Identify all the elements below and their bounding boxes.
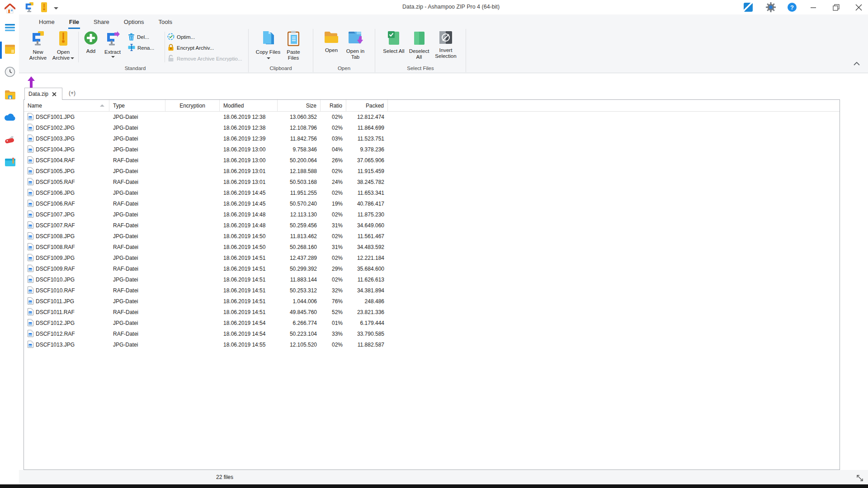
- table-row[interactable]: DSCF1004.JPG JPG-Datei 18.06.2019 13:00 …: [24, 144, 840, 155]
- column-header-ratio[interactable]: Ratio: [321, 100, 346, 111]
- tab-options[interactable]: Options: [117, 16, 151, 29]
- quick-access-caret-icon[interactable]: [54, 7, 58, 9]
- new-tab-button[interactable]: (+): [69, 90, 75, 96]
- table-row[interactable]: DSCF1005.JPG JPG-Datei 18.06.2019 13:01 …: [24, 166, 840, 177]
- image-file-icon: [28, 286, 33, 295]
- table-row[interactable]: DSCF1007.JPG JPG-Datei 18.06.2019 14:48 …: [24, 209, 840, 220]
- resize-handle-icon[interactable]: [855, 474, 864, 484]
- deselect-all-button[interactable]: Deselect All: [406, 30, 432, 60]
- file-packed: 248.486: [346, 298, 388, 305]
- paste-files-button[interactable]: Paste Files: [281, 30, 306, 61]
- extract-button[interactable]: Extract: [101, 30, 124, 58]
- menu-icon[interactable]: [4, 22, 16, 33]
- ribbon-group-clipboard: Copy Files Paste Files: [249, 29, 312, 72]
- add-button[interactable]: Add: [81, 30, 101, 54]
- file-type: RAF-Datei: [109, 309, 165, 315]
- help-icon[interactable]: ?: [788, 3, 797, 12]
- table-row[interactable]: DSCF1004.RAF RAF-Datei 18.06.2019 13:00 …: [24, 155, 840, 166]
- delete-button[interactable]: Del...: [128, 33, 162, 42]
- table-row[interactable]: DSCF1010.RAF RAF-Datei 18.06.2019 14:51 …: [24, 285, 840, 296]
- table-row[interactable]: DSCF1013.JPG JPG-Datei 18.06.2019 14:55 …: [24, 339, 840, 350]
- collapse-ribbon-chevron-icon[interactable]: [854, 59, 860, 67]
- table-row[interactable]: DSCF1007.RAF RAF-Datei 18.06.2019 14:48 …: [24, 220, 840, 231]
- column-header-size[interactable]: Size: [278, 100, 321, 111]
- ashampoo-logo-icon[interactable]: [742, 1, 754, 13]
- rename-button[interactable]: Rena...: [128, 43, 162, 52]
- tab-close-icon[interactable]: [52, 92, 56, 96]
- copy-files-caret-icon: [267, 57, 270, 59]
- file-type: JPG-Datei: [109, 342, 165, 348]
- tools-knife-icon[interactable]: [4, 134, 16, 145]
- table-row[interactable]: DSCF1011.RAF RAF-Datei 18.06.2019 14:51 …: [24, 307, 840, 318]
- notes-editor-icon[interactable]: [4, 156, 16, 168]
- file-packed: 37.065.906: [346, 157, 388, 164]
- statusbar: 22 files: [0, 470, 868, 484]
- table-row[interactable]: DSCF1006.RAF RAF-Datei 18.06.2019 14:45 …: [24, 198, 840, 209]
- image-file-icon: [28, 189, 33, 197]
- tab-share[interactable]: Share: [86, 16, 117, 29]
- recent-clock-icon[interactable]: [4, 66, 16, 78]
- file-packed: 6.179.444: [346, 320, 388, 326]
- copy-files-button[interactable]: Copy Files: [255, 30, 281, 61]
- file-ratio: 02%: [321, 125, 346, 131]
- table-row[interactable]: DSCF1010.JPG JPG-Datei 18.06.2019 14:51 …: [24, 274, 840, 285]
- table-row[interactable]: DSCF1009.RAF RAF-Datei 18.06.2019 14:51 …: [24, 263, 840, 274]
- remove-archive-encryption-button[interactable]: Remove Archive Encryptio...: [167, 54, 245, 63]
- cloud-icon[interactable]: [4, 111, 16, 123]
- group-label-standard: Standard: [23, 65, 248, 72]
- column-header-encryption[interactable]: Encryption: [165, 100, 220, 111]
- table-row[interactable]: DSCF1003.JPG JPG-Datei 18.06.2019 12:39 …: [24, 133, 840, 144]
- open-archive-button[interactable]: Open Archive: [51, 30, 76, 61]
- file-ratio: 52%: [321, 309, 346, 315]
- tab-file[interactable]: File: [62, 16, 86, 29]
- optimize-button[interactable]: Optim...: [167, 33, 245, 42]
- table-row[interactable]: DSCF1005.RAF RAF-Datei 18.06.2019 13:01 …: [24, 177, 840, 188]
- column-header-packed[interactable]: Packed: [346, 100, 388, 111]
- file-type: JPG-Datei: [109, 211, 165, 218]
- table-row[interactable]: DSCF1006.JPG JPG-Datei 18.06.2019 14:45 …: [24, 188, 840, 198]
- file-packed: 12.221.184: [346, 255, 388, 261]
- file-type: RAF-Datei: [109, 331, 165, 337]
- close-button[interactable]: [853, 1, 864, 13]
- open-in-tab-button[interactable]: Open in Tab: [343, 30, 368, 60]
- column-header-type[interactable]: Type: [109, 100, 165, 111]
- zip-warning-icon[interactable]: [41, 2, 47, 14]
- encrypt-archive-button[interactable]: Encrypt Archiv...: [167, 43, 245, 52]
- table-row[interactable]: DSCF1008.RAF RAF-Datei 18.06.2019 14:50 …: [24, 242, 840, 253]
- table-row[interactable]: DSCF1008.JPG JPG-Datei 18.06.2019 14:50 …: [24, 231, 840, 242]
- invert-selection-icon: [439, 31, 453, 46]
- minimize-button[interactable]: [807, 1, 819, 13]
- tab-home[interactable]: Home: [32, 16, 62, 29]
- navigate-up-button[interactable]: [26, 76, 36, 88]
- sidebar: [0, 0, 19, 484]
- table-row[interactable]: DSCF1012.RAF RAF-Datei 18.06.2019 14:54 …: [24, 328, 840, 339]
- archive-package-icon[interactable]: [4, 43, 16, 55]
- file-ratio: 31%: [321, 244, 346, 250]
- table-row[interactable]: DSCF1009.JPG JPG-Datei 18.06.2019 14:51 …: [24, 253, 840, 263]
- table-row[interactable]: DSCF1002.JPG JPG-Datei 18.06.2019 12:38 …: [24, 122, 840, 133]
- restore-button[interactable]: [830, 1, 842, 13]
- group-separator: [248, 29, 249, 72]
- home-icon[interactable]: [4, 3, 16, 14]
- tab-tools[interactable]: Tools: [151, 16, 179, 29]
- ribbon-tabs: Home File Share Options Tools: [32, 16, 179, 29]
- column-header-name[interactable]: Name: [24, 100, 109, 111]
- settings-gear-icon[interactable]: [765, 1, 777, 13]
- select-all-button[interactable]: Select All: [381, 30, 406, 54]
- file-ratio: 26%: [321, 157, 346, 164]
- new-archive-button[interactable]: New Archive: [25, 30, 51, 61]
- open-button[interactable]: Open: [320, 30, 343, 53]
- app-clamp-icon[interactable]: [24, 2, 34, 14]
- file-packed: 11.915.459: [346, 168, 388, 174]
- file-name: DSCF1004.JPG: [36, 146, 75, 153]
- file-modified: 18.06.2019 14:45: [220, 190, 278, 196]
- table-row[interactable]: DSCF1001.JPG JPG-Datei 18.06.2019 12:38 …: [24, 112, 840, 122]
- file-modified: 18.06.2019 12:38: [220, 125, 278, 131]
- file-ratio: 04%: [321, 146, 346, 153]
- column-header-modified[interactable]: Modified: [220, 100, 278, 111]
- table-row[interactable]: DSCF1011.JPG JPG-Datei 18.06.2019 14:51 …: [24, 296, 840, 307]
- table-row[interactable]: DSCF1012.JPG JPG-Datei 18.06.2019 14:54 …: [24, 318, 840, 328]
- archive-tab[interactable]: Data.zip: [24, 88, 62, 100]
- invert-selection-button[interactable]: Invert Selection: [432, 30, 460, 59]
- file-browser-folder-icon[interactable]: [4, 89, 16, 100]
